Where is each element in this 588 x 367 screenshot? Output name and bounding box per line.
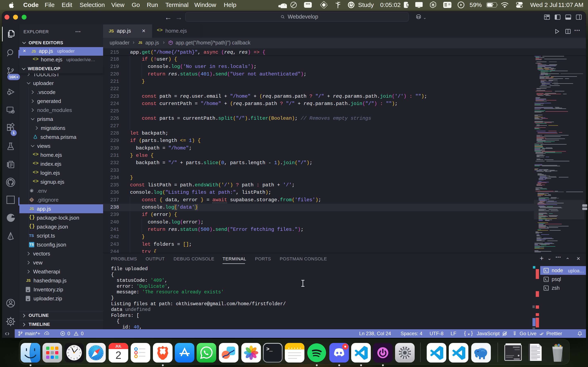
svg-text:11: 11 <box>70 346 72 348</box>
svg-text:2: 2 <box>79 349 80 350</box>
svg-text:8: 8 <box>68 355 69 357</box>
svg-text:9: 9 <box>67 352 68 354</box>
svg-text:7: 7 <box>70 357 71 359</box>
svg-text:4: 4 <box>79 355 80 357</box>
svg-text:JUL: JUL <box>115 344 122 348</box>
svg-text:5: 5 <box>77 357 78 359</box>
svg-text:3: 3 <box>80 352 81 354</box>
svg-text:2: 2 <box>116 349 121 361</box>
svg-text:>_: >_ <box>266 346 273 352</box>
svg-text:1: 1 <box>77 346 78 348</box>
svg-text:10: 10 <box>68 349 70 350</box>
svg-text:12: 12 <box>73 345 75 347</box>
svg-text:6: 6 <box>73 358 75 360</box>
